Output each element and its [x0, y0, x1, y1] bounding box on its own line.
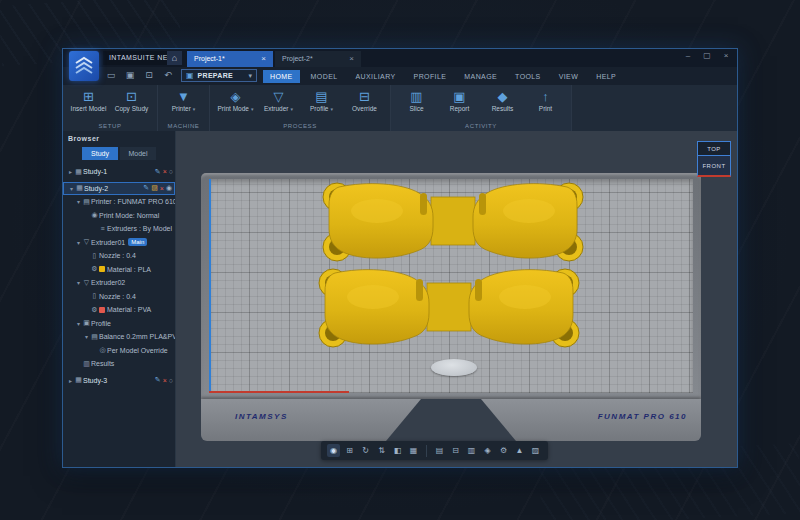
close-tab-icon[interactable]: × [261, 51, 266, 67]
mesh-tool-icon[interactable]: ▲ [513, 444, 526, 457]
title-bar: INTAMSUITE NEO ⌂ Project-1* × Project-2*… [63, 49, 737, 67]
view-cube[interactable]: TOP FRONT [697, 141, 731, 177]
rotate-tool-icon[interactable]: ↻ [359, 444, 372, 457]
tree-nozzle-1[interactable]: ▯ Nozzle : 0.4 [63, 249, 175, 263]
tree-study-2[interactable]: ▾ ▦ Study-2 ✎▨×◉ [63, 182, 175, 196]
report-button[interactable]: ▣ Report▾ [438, 87, 481, 121]
tree-results[interactable]: ▥ Results [63, 357, 175, 371]
scale-tool-icon[interactable]: ⇅ [375, 444, 388, 457]
minimize-button[interactable]: – [683, 51, 693, 60]
results-button[interactable]: ◆ Results▾ [481, 87, 524, 121]
tree-material-pla[interactable]: ⚙ Material : PLA [63, 263, 175, 277]
set-active-study-icon[interactable]: ○ [169, 168, 173, 175]
model-row-1[interactable] [323, 183, 583, 261]
menu-item[interactable]: MODEL [304, 70, 345, 83]
tree-study-3[interactable]: ▸ ▦ Study-3 ✎×○ [63, 374, 175, 388]
mirror-tool-icon[interactable]: ◧ [391, 444, 404, 457]
ribbon-button-label: Insert Model [71, 105, 107, 112]
menu-item[interactable]: AUXILIARY [349, 70, 403, 83]
tree-per-model-override[interactable]: ◎ Per Model Override [63, 344, 175, 358]
print-button[interactable]: ↑ Print▾ [524, 87, 567, 121]
menu-item[interactable]: HOME [263, 70, 300, 83]
tree-extruders-mode[interactable]: ≡ Extruders : By Model [63, 222, 175, 236]
print-mode-button[interactable]: ◈ Print Mode▾ [214, 87, 257, 121]
build-plate: INTAMSYS FUNMAT PRO 610 [201, 173, 701, 441]
expand-arrow-icon[interactable]: ▾ [75, 279, 82, 286]
tree-item-label: Nozzle : 0.4 [99, 293, 136, 300]
menu-item[interactable]: TOOLS [508, 70, 548, 83]
move-tool-icon[interactable]: ⊞ [343, 444, 356, 457]
transform-tool-icon[interactable]: ▦ [407, 444, 420, 457]
maximize-button[interactable]: ▢ [702, 51, 712, 60]
export-study-icon[interactable]: ▨ [151, 184, 158, 192]
menu-item[interactable]: VIEW [552, 70, 586, 83]
tree-extruder02[interactable]: ▾ ▽ Extruder02 [63, 276, 175, 290]
tree-printer[interactable]: ▾ ▤ Printer : FUNMAT PRO 610 [63, 195, 175, 209]
ribbon-button-label: Override [352, 105, 377, 112]
logo-waves-icon [69, 51, 99, 81]
close-tab-icon[interactable]: × [349, 51, 354, 67]
split-tool-icon[interactable]: ▥ [465, 444, 478, 457]
undo-icon[interactable]: ↶ [162, 69, 174, 82]
model-row-2[interactable] [319, 269, 579, 347]
close-window-button[interactable]: × [721, 51, 731, 60]
arrange-tool-icon[interactable]: ▤ [433, 444, 446, 457]
expand-arrow-icon[interactable]: ▾ [75, 320, 82, 327]
menu-item[interactable]: PROFILE [407, 70, 454, 83]
ribbon-button-label: Slice [409, 105, 423, 112]
set-active-study-icon[interactable]: ◉ [166, 184, 172, 192]
project-tab[interactable]: Project-2* × [275, 51, 361, 67]
view-front-button[interactable]: FRONT [697, 155, 731, 177]
copy-study-icon[interactable]: ✎ [155, 376, 161, 384]
expand-arrow-icon[interactable]: ▸ [67, 377, 74, 384]
model-group[interactable] [209, 179, 693, 393]
project-tab[interactable]: Project-1* × [187, 51, 273, 67]
browser-tab[interactable]: Model [120, 147, 156, 160]
measure-tool-icon[interactable]: ▨ [529, 444, 542, 457]
tree-profile[interactable]: ▾ ▣ Profile [63, 317, 175, 331]
profile-button[interactable]: ▤ Profile▾ [300, 87, 343, 121]
slice-button[interactable]: ▥ Slice▾ [395, 87, 438, 121]
tree-nozzle-2[interactable]: ▯ Nozzle : 0.4 [63, 290, 175, 304]
tree-material-pva[interactable]: ⚙ Material : PVA [63, 303, 175, 317]
insert-model-button[interactable]: ⊞ Insert Model▾ [67, 87, 110, 121]
tree-extruder01[interactable]: ▾ ▽ Extruder01 Main [63, 236, 175, 250]
override-button[interactable]: ⊟ Override▾ [343, 87, 386, 121]
ribbon-button-label: Print [539, 105, 552, 112]
copy-study-button[interactable]: ⊡ Copy Study▾ [110, 87, 153, 121]
tree-study-1[interactable]: ▸ ▦ Study-1 ✎×○ [63, 165, 175, 179]
delete-study-icon[interactable]: × [163, 168, 167, 175]
extruder-button[interactable]: ▽ Extruder▾ [257, 87, 300, 121]
set-active-study-icon[interactable]: ○ [169, 377, 173, 384]
merge-tool-icon[interactable]: ◈ [481, 444, 494, 457]
tree-profile-balance[interactable]: ▾ ▤ Balance 0.2mm PLA&PVA [63, 330, 175, 344]
transform-tools-group: ◉⊞↻⇅◧▦ [327, 444, 420, 457]
clipboard-icon[interactable]: ⊡ [143, 69, 155, 82]
printer-button[interactable]: ▼ Printer▾ [162, 87, 205, 121]
select-tool-icon[interactable]: ◉ [327, 444, 340, 457]
browser-tab[interactable]: Study [82, 147, 118, 160]
3d-viewport[interactable]: INTAMSYS FUNMAT PRO 610 TOP FRONT ◉⊞↻⇅◧▦… [176, 131, 737, 467]
study-tree: ▸ ▦ Study-1 ✎×○ ▾ ▦ Study-2 ✎▨×◉ [63, 165, 175, 387]
lay-flat-tool-icon[interactable]: ⊟ [449, 444, 462, 457]
menu-item[interactable]: HELP [589, 70, 623, 83]
tree-item-label: Study-1 [83, 168, 107, 175]
expand-arrow-icon[interactable]: ▾ [83, 333, 90, 340]
support-tool-icon[interactable]: ⚙ [497, 444, 510, 457]
delete-study-icon[interactable]: × [160, 185, 164, 192]
expand-arrow-icon[interactable]: ▾ [68, 185, 75, 192]
expand-arrow-icon[interactable]: ▾ [75, 198, 82, 205]
view-top-button[interactable]: TOP [697, 141, 731, 156]
home-icon[interactable]: ⌂ [167, 51, 182, 65]
copy-study-icon[interactable]: ✎ [155, 168, 161, 176]
expand-arrow-icon[interactable]: ▸ [67, 168, 74, 175]
tree-print-mode[interactable]: ◉ Print Mode: Normal [63, 209, 175, 223]
plate-skirt-right: FUNMAT PRO 610 [451, 399, 701, 441]
menu-item[interactable]: MANAGE [457, 70, 504, 83]
delete-study-icon[interactable]: × [163, 377, 167, 384]
open-file-icon[interactable]: ▭ [105, 69, 117, 82]
save-icon[interactable]: ▣ [124, 69, 136, 82]
copy-study-icon[interactable]: ✎ [143, 184, 149, 192]
expand-arrow-icon[interactable]: ▾ [75, 239, 82, 246]
stage-selector-dropdown[interactable]: ▣ PREPARE ▾ [181, 69, 257, 82]
